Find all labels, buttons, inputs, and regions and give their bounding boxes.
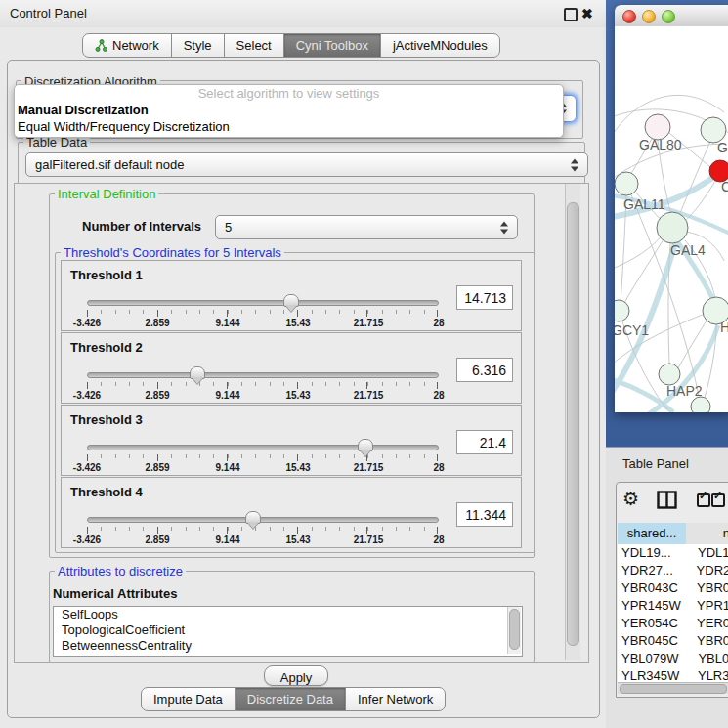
- slider-major-ticks: [87, 382, 438, 389]
- threshold-slider[interactable]: -3.4262.8599.14415.4321.71528: [87, 369, 439, 401]
- threshold-value-field[interactable]: [456, 430, 513, 454]
- popup-item-manual-discretization[interactable]: Manual Discretization: [15, 102, 563, 118]
- tick-label: 21.715: [354, 318, 384, 328]
- threshold-value-field[interactable]: [456, 285, 513, 310]
- cell-shared-name[interactable]: YBR045C: [618, 632, 682, 650]
- horizontal-scrollbar-thumb[interactable]: [620, 684, 727, 694]
- attribute-item[interactable]: BetweennessCentrality: [54, 638, 522, 654]
- number-of-intervals-combo[interactable]: 5: [215, 215, 518, 239]
- checkbox-icon[interactable]: ✓: [711, 493, 725, 507]
- threshold-label: Threshold 3: [70, 412, 143, 427]
- threshold-panel: Threshold 3 -3.4262.8599.14415.4321.7152…: [61, 405, 522, 476]
- tick-label: 15.43: [285, 462, 310, 473]
- tick-label: 2.859: [145, 462, 169, 473]
- tab-network[interactable]: Network: [82, 33, 172, 58]
- node-label: C: [721, 179, 728, 194]
- list-scrollbar-thumb[interactable]: [509, 609, 520, 650]
- popup-item-equal-width-frequency[interactable]: Equal Width/Frequency Discretization: [15, 118, 563, 135]
- column-header-name[interactable]: na: [686, 523, 728, 545]
- threshold-value-field[interactable]: [456, 502, 513, 527]
- cell-name[interactable]: YPR1: [682, 597, 728, 615]
- slider-track[interactable]: [87, 300, 439, 306]
- attribute-item[interactable]: TopologicalCoefficient: [54, 622, 522, 638]
- table-row[interactable]: YBL079W YBL0: [618, 650, 728, 667]
- bottom-tab-bar: Impute Data Discretize Data Infer Networ…: [142, 687, 446, 711]
- slider-track[interactable]: [87, 372, 439, 378]
- apply-button[interactable]: Apply: [264, 665, 328, 686]
- tick-label: 9.144: [215, 535, 239, 545]
- cell-name[interactable]: YDR2: [682, 562, 728, 579]
- slider-track[interactable]: [87, 517, 439, 523]
- tab-label: Impute Data: [153, 688, 223, 710]
- slider-thumb[interactable]: [245, 511, 261, 524]
- tab-cyni-toolbox[interactable]: Cyni Toolbox: [283, 33, 381, 58]
- table-row[interactable]: YLR345W YLR3: [618, 667, 728, 682]
- table-row[interactable]: YBR045C YBR0: [618, 632, 728, 650]
- attribute-item[interactable]: SelfLoops: [54, 607, 522, 622]
- close-traffic-light-icon[interactable]: [622, 10, 636, 23]
- network-window-titlebar[interactable]: [615, 5, 728, 27]
- threshold-value-field[interactable]: [456, 358, 513, 382]
- slider-track[interactable]: [87, 445, 439, 450]
- split-columns-icon[interactable]: [657, 491, 677, 509]
- table-data-combo-value: galFiltered.sif default node: [35, 157, 184, 172]
- cell-name[interactable]: YER0: [682, 615, 728, 632]
- minimize-traffic-light-icon[interactable]: [642, 10, 656, 23]
- zoom-traffic-light-icon[interactable]: [662, 10, 675, 23]
- slider-thumb[interactable]: [283, 294, 299, 307]
- table-row[interactable]: YDL19... YDL1: [618, 544, 728, 562]
- network-window: GAL80 GA C GAL11 GAL4 GCY1 H HAP2: [615, 5, 728, 412]
- tab-jactivemnodules[interactable]: jActiveMNodules: [380, 33, 500, 58]
- close-icon[interactable]: ✖: [581, 5, 593, 22]
- threshold-slider[interactable]: -3.4262.8599.14415.4321.71528: [87, 514, 439, 545]
- algorithm-dropdown-popup: Select algorithm to view settings Manual…: [14, 84, 564, 138]
- cell-name[interactable]: YLR3: [683, 667, 728, 682]
- slider-thumb[interactable]: [190, 366, 205, 379]
- control-panel: Control Panel ✖ Network Style Select Cyn…: [0, 0, 606, 728]
- cell-shared-name[interactable]: YER054C: [618, 615, 682, 632]
- threshold-slider[interactable]: -3.4262.8599.14415.4321.71528: [87, 442, 439, 473]
- node-label: HAP2: [666, 383, 703, 399]
- network-canvas[interactable]: GAL80 GA C GAL11 GAL4 GCY1 H HAP2: [615, 26, 728, 412]
- checkbox-icon[interactable]: ✓: [697, 493, 710, 507]
- slider-thumb[interactable]: [358, 439, 373, 451]
- node-gal4[interactable]: [657, 212, 688, 243]
- cell-name[interactable]: YBL0: [683, 650, 728, 667]
- table-row[interactable]: YPR145W YPR1: [618, 597, 728, 615]
- panel-title: Control Panel: [10, 0, 87, 27]
- tab-label: jActiveMNodules: [393, 34, 488, 57]
- column-header-shared-name[interactable]: shared...: [618, 523, 687, 545]
- cell-shared-name[interactable]: YBR043C: [618, 579, 682, 597]
- tab-select[interactable]: Select: [224, 33, 284, 58]
- network-graph: GAL80 GA C GAL11 GAL4 GCY1 H HAP2: [615, 26, 728, 412]
- cell-name[interactable]: YDL1: [683, 544, 728, 562]
- node-gal11[interactable]: [615, 172, 638, 195]
- node-partial[interactable]: [691, 397, 710, 412]
- tick-label: -3.426: [73, 462, 101, 473]
- vertical-scrollbar-thumb[interactable]: [567, 202, 579, 646]
- node-hap2[interactable]: [659, 364, 680, 385]
- tab-infer-network[interactable]: Infer Network: [345, 687, 446, 711]
- table-data-combo[interactable]: galFiltered.sif default node: [25, 152, 588, 177]
- tick-label: 21.715: [354, 535, 384, 545]
- table-panel-title: Table Panel: [622, 448, 689, 481]
- network-icon: [95, 39, 107, 52]
- float-window-icon[interactable]: [564, 8, 578, 21]
- table-row[interactable]: YBR043C YBR0: [618, 579, 728, 597]
- tab-discretize-data[interactable]: Discretize Data: [235, 687, 346, 711]
- cell-shared-name[interactable]: YBL079W: [618, 650, 683, 667]
- table-row[interactable]: YER054C YER0: [618, 615, 728, 632]
- cell-shared-name[interactable]: YLR345W: [618, 667, 683, 682]
- table-row[interactable]: YDR27... YDR2: [618, 562, 728, 579]
- node-gcy1[interactable]: [615, 300, 629, 321]
- cell-shared-name[interactable]: YPR145W: [618, 597, 682, 615]
- tab-style[interactable]: Style: [171, 33, 225, 58]
- tab-impute-data[interactable]: Impute Data: [141, 687, 236, 711]
- threshold-slider[interactable]: -3.4262.8599.14415.4321.71528: [87, 297, 439, 328]
- gear-icon[interactable]: ⚙: [622, 489, 639, 510]
- numerical-attributes-list[interactable]: SelfLoopsTopologicalCoefficientBetweenne…: [53, 606, 523, 657]
- cell-shared-name[interactable]: YDR27...: [618, 562, 682, 579]
- cell-name[interactable]: YBR0: [682, 632, 728, 650]
- cell-name[interactable]: YBR0: [682, 579, 728, 597]
- cell-shared-name[interactable]: YDL19...: [618, 544, 683, 562]
